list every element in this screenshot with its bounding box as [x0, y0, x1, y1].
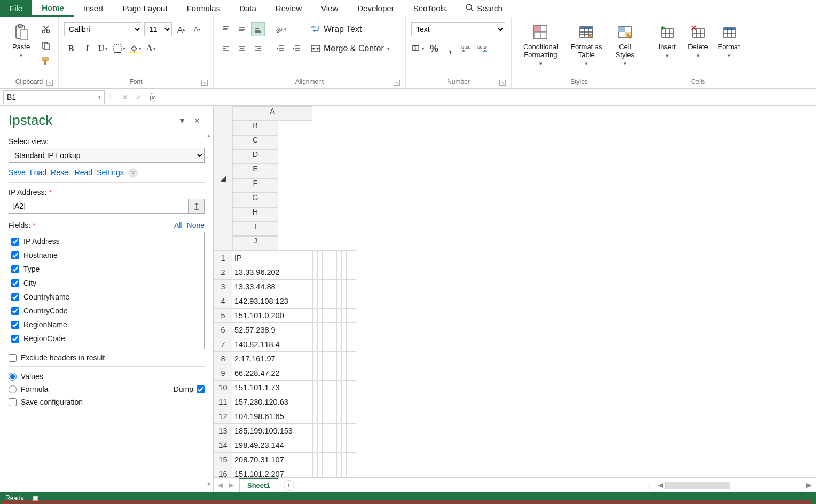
cell[interactable] [322, 467, 327, 477]
wrap-text-button[interactable]: ab Wrap Text [311, 22, 390, 36]
cell[interactable] [312, 279, 317, 294]
tab-split-handle[interactable]: ⋮ [646, 481, 653, 489]
link-save[interactable]: Save [9, 168, 26, 178]
row-header[interactable]: 14 [214, 438, 232, 452]
tab-view[interactable]: View [311, 0, 348, 17]
cell[interactable] [336, 395, 341, 409]
orientation-button[interactable]: ab [273, 22, 287, 36]
cell[interactable] [346, 438, 351, 452]
decrease-decimal-button[interactable]: .00.0 [475, 42, 489, 56]
cell[interactable] [332, 423, 336, 438]
cell[interactable] [312, 337, 317, 351]
cell[interactable] [346, 322, 351, 337]
cell[interactable] [336, 308, 341, 322]
cell[interactable] [327, 337, 332, 351]
cell[interactable] [336, 322, 341, 337]
cell[interactable]: 142.93.108.123 [232, 294, 313, 308]
taskpane-close-icon[interactable]: ✕ [190, 116, 205, 125]
cell[interactable] [341, 409, 346, 423]
cell[interactable] [341, 423, 346, 438]
cell[interactable] [341, 265, 346, 279]
field-checkbox[interactable] [11, 335, 19, 343]
cell[interactable] [351, 250, 356, 265]
row-header[interactable]: 11 [214, 395, 232, 409]
cell[interactable] [317, 279, 322, 294]
cell[interactable] [312, 423, 317, 438]
font-dialog-launcher[interactable]: ↘ [201, 80, 208, 86]
cell[interactable] [332, 308, 336, 322]
cell[interactable] [332, 366, 336, 380]
percent-button[interactable]: % [427, 42, 441, 56]
cell[interactable] [312, 308, 317, 322]
cell[interactable] [317, 452, 322, 467]
cell[interactable] [341, 308, 346, 322]
sheet-nav-next[interactable]: ▶ [229, 481, 234, 489]
cell[interactable] [322, 294, 327, 308]
tab-data[interactable]: Data [230, 0, 266, 17]
cell-picker-button[interactable] [189, 199, 205, 214]
cell[interactable] [341, 351, 346, 366]
cell[interactable] [317, 395, 322, 409]
cell[interactable] [332, 279, 336, 294]
cell[interactable] [327, 265, 332, 279]
formula-input[interactable] [162, 90, 816, 104]
cell[interactable] [346, 308, 351, 322]
formula-radio[interactable] [9, 385, 17, 393]
link-settings[interactable]: Settings [97, 168, 124, 178]
cell[interactable] [332, 294, 336, 308]
field-checkbox[interactable] [11, 251, 19, 259]
cell[interactable] [327, 395, 332, 409]
row-header[interactable]: 2 [214, 265, 232, 279]
cell[interactable] [332, 351, 336, 366]
cell[interactable] [346, 351, 351, 366]
cell[interactable] [336, 366, 341, 380]
cell[interactable] [327, 452, 332, 467]
tab-formulas[interactable]: Formulas [177, 0, 230, 17]
cell[interactable] [341, 395, 346, 409]
cell[interactable] [322, 409, 327, 423]
cell[interactable] [322, 308, 327, 322]
cell[interactable] [351, 438, 356, 452]
field-option[interactable]: RegionCode [11, 332, 202, 345]
cell[interactable]: 104.198.61.65 [232, 409, 313, 423]
column-header[interactable]: G [232, 193, 278, 207]
font-size-combo[interactable]: 11 [144, 22, 172, 36]
field-checkbox[interactable] [11, 265, 19, 273]
paste-button[interactable]: Paste ▾ [5, 22, 37, 58]
cell[interactable] [327, 409, 332, 423]
cell[interactable] [317, 351, 322, 366]
cell[interactable] [341, 337, 346, 351]
clipboard-dialog-launcher[interactable]: ↘ [46, 80, 53, 86]
cell[interactable] [317, 380, 322, 395]
cell[interactable] [346, 452, 351, 467]
exclude-headers-checkbox[interactable] [9, 354, 17, 362]
taskpane-scrollbar[interactable]: ▲▼ [206, 132, 212, 487]
cell[interactable] [317, 265, 322, 279]
cell[interactable] [346, 250, 351, 265]
cell[interactable] [332, 438, 336, 452]
cell[interactable] [332, 452, 336, 467]
field-checkbox[interactable] [11, 321, 19, 329]
field-checkbox[interactable] [11, 307, 19, 315]
cell[interactable] [341, 250, 346, 265]
cell[interactable] [351, 294, 356, 308]
save-config-checkbox[interactable] [9, 398, 17, 406]
help-icon[interactable]: ? [128, 168, 138, 178]
cell[interactable] [312, 452, 317, 467]
number-format-combo[interactable]: Text [411, 22, 505, 36]
cell[interactable] [312, 467, 317, 477]
cell[interactable] [327, 250, 332, 265]
row-header[interactable]: 3 [214, 279, 232, 294]
cell[interactable] [312, 380, 317, 395]
alignment-dialog-launcher[interactable]: ↘ [394, 80, 400, 86]
cell[interactable] [351, 409, 356, 423]
cell[interactable] [317, 308, 322, 322]
cell[interactable] [346, 366, 351, 380]
cell[interactable] [312, 409, 317, 423]
row-header[interactable]: 16 [214, 467, 232, 477]
cell[interactable] [341, 452, 346, 467]
fields-all-link[interactable]: All [174, 221, 183, 230]
cell[interactable] [322, 322, 327, 337]
conditional-formatting-button[interactable]: Conditional Formatting▾ [517, 22, 564, 66]
cell[interactable] [351, 380, 356, 395]
